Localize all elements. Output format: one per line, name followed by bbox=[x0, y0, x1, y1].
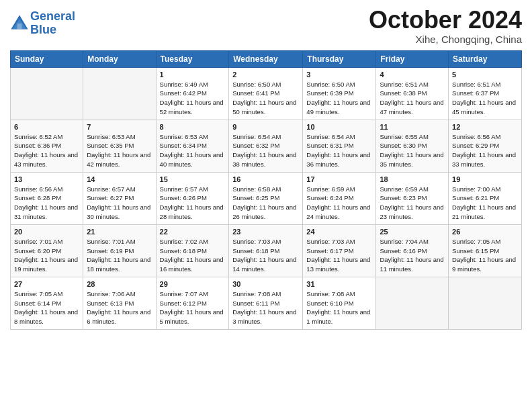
calendar-cell: 15Sunrise: 6:57 AM Sunset: 6:26 PM Dayli… bbox=[156, 172, 229, 224]
day-number: 12 bbox=[452, 123, 518, 131]
logo-icon bbox=[10, 14, 29, 33]
calendar-cell: 24Sunrise: 7:03 AM Sunset: 6:17 PM Dayli… bbox=[303, 224, 376, 277]
day-number: 13 bbox=[14, 175, 79, 183]
day-of-week-header: Monday bbox=[83, 50, 156, 67]
calendar-cell: 2Sunrise: 6:50 AM Sunset: 6:41 PM Daylig… bbox=[229, 67, 303, 120]
day-number: 1 bbox=[160, 71, 226, 79]
logo-text: General Blue bbox=[30, 10, 75, 37]
calendar-cell bbox=[449, 277, 522, 329]
calendar-cell: 1Sunrise: 6:49 AM Sunset: 6:42 PM Daylig… bbox=[156, 67, 229, 120]
day-number: 22 bbox=[160, 228, 226, 236]
calendar-week-row: 20Sunrise: 7:01 AM Sunset: 6:20 PM Dayli… bbox=[11, 224, 522, 277]
day-number: 25 bbox=[380, 228, 445, 236]
calendar-cell: 22Sunrise: 7:02 AM Sunset: 6:18 PM Dayli… bbox=[156, 224, 229, 277]
day-info: Sunrise: 7:01 AM Sunset: 6:20 PM Dayligh… bbox=[14, 237, 79, 274]
day-info: Sunrise: 6:53 AM Sunset: 6:35 PM Dayligh… bbox=[87, 132, 152, 169]
day-number: 30 bbox=[232, 280, 299, 288]
day-info: Sunrise: 6:57 AM Sunset: 6:27 PM Dayligh… bbox=[87, 185, 152, 222]
day-info: Sunrise: 7:00 AM Sunset: 6:21 PM Dayligh… bbox=[452, 185, 518, 222]
day-info: Sunrise: 7:01 AM Sunset: 6:19 PM Dayligh… bbox=[87, 237, 152, 274]
day-number: 24 bbox=[306, 228, 372, 236]
day-info: Sunrise: 7:05 AM Sunset: 6:14 PM Dayligh… bbox=[14, 289, 79, 326]
day-info: Sunrise: 7:03 AM Sunset: 6:17 PM Dayligh… bbox=[306, 237, 372, 274]
day-number: 6 bbox=[14, 123, 79, 131]
calendar-cell: 6Sunrise: 6:52 AM Sunset: 6:36 PM Daylig… bbox=[11, 120, 83, 172]
day-number: 28 bbox=[87, 280, 152, 288]
day-number: 3 bbox=[306, 71, 372, 79]
day-info: Sunrise: 7:04 AM Sunset: 6:16 PM Dayligh… bbox=[380, 237, 445, 274]
day-info: Sunrise: 6:52 AM Sunset: 6:36 PM Dayligh… bbox=[14, 132, 79, 169]
day-number: 26 bbox=[452, 228, 518, 236]
calendar-cell: 9Sunrise: 6:54 AM Sunset: 6:32 PM Daylig… bbox=[229, 120, 303, 172]
calendar-cell: 31Sunrise: 7:08 AM Sunset: 6:10 PM Dayli… bbox=[303, 277, 376, 329]
calendar-cell bbox=[376, 277, 449, 329]
calendar-week-row: 1Sunrise: 6:49 AM Sunset: 6:42 PM Daylig… bbox=[11, 67, 522, 120]
day-number: 20 bbox=[14, 228, 79, 236]
day-info: Sunrise: 7:08 AM Sunset: 6:11 PM Dayligh… bbox=[232, 289, 299, 326]
calendar-cell: 26Sunrise: 7:05 AM Sunset: 6:15 PM Dayli… bbox=[449, 224, 522, 277]
calendar-cell: 16Sunrise: 6:58 AM Sunset: 6:25 PM Dayli… bbox=[229, 172, 303, 224]
day-number: 8 bbox=[160, 123, 226, 131]
calendar-cell: 13Sunrise: 6:56 AM Sunset: 6:28 PM Dayli… bbox=[11, 172, 83, 224]
day-info: Sunrise: 6:58 AM Sunset: 6:25 PM Dayligh… bbox=[232, 185, 299, 222]
day-info: Sunrise: 6:56 AM Sunset: 6:28 PM Dayligh… bbox=[14, 185, 79, 222]
day-number: 14 bbox=[87, 175, 152, 183]
calendar-cell: 3Sunrise: 6:50 AM Sunset: 6:39 PM Daylig… bbox=[303, 67, 376, 120]
calendar-cell: 21Sunrise: 7:01 AM Sunset: 6:19 PM Dayli… bbox=[83, 224, 156, 277]
page: General Blue October 2024 Xihe, Chongqin… bbox=[0, 0, 532, 340]
calendar-cell: 18Sunrise: 6:59 AM Sunset: 6:23 PM Dayli… bbox=[376, 172, 449, 224]
svg-rect-2 bbox=[17, 24, 22, 29]
day-number: 17 bbox=[306, 175, 372, 183]
day-of-week-header: Saturday bbox=[449, 50, 522, 67]
day-info: Sunrise: 7:02 AM Sunset: 6:18 PM Dayligh… bbox=[160, 237, 226, 274]
day-info: Sunrise: 6:54 AM Sunset: 6:31 PM Dayligh… bbox=[306, 132, 372, 169]
day-of-week-header: Wednesday bbox=[229, 50, 303, 67]
day-info: Sunrise: 6:53 AM Sunset: 6:34 PM Dayligh… bbox=[160, 132, 226, 169]
calendar-cell: 10Sunrise: 6:54 AM Sunset: 6:31 PM Dayli… bbox=[303, 120, 376, 172]
main-title: October 2024 bbox=[369, 7, 522, 34]
day-number: 15 bbox=[160, 175, 226, 183]
day-number: 31 bbox=[306, 280, 372, 288]
calendar-cell: 28Sunrise: 7:06 AM Sunset: 6:13 PM Dayli… bbox=[83, 277, 156, 329]
day-info: Sunrise: 7:08 AM Sunset: 6:10 PM Dayligh… bbox=[306, 289, 372, 326]
day-number: 21 bbox=[87, 228, 152, 236]
calendar-cell: 27Sunrise: 7:05 AM Sunset: 6:14 PM Dayli… bbox=[11, 277, 83, 329]
calendar-cell: 25Sunrise: 7:04 AM Sunset: 6:16 PM Dayli… bbox=[376, 224, 449, 277]
day-info: Sunrise: 6:49 AM Sunset: 6:42 PM Dayligh… bbox=[160, 80, 226, 117]
calendar-cell: 17Sunrise: 6:59 AM Sunset: 6:24 PM Dayli… bbox=[303, 172, 376, 224]
logo-line2: Blue bbox=[30, 23, 56, 36]
calendar-table: SundayMondayTuesdayWednesdayThursdayFrid… bbox=[10, 50, 522, 330]
day-number: 16 bbox=[232, 175, 299, 183]
calendar-cell: 29Sunrise: 7:07 AM Sunset: 6:12 PM Dayli… bbox=[156, 277, 229, 329]
day-number: 11 bbox=[380, 123, 445, 131]
calendar-cell: 19Sunrise: 7:00 AM Sunset: 6:21 PM Dayli… bbox=[449, 172, 522, 224]
day-number: 4 bbox=[380, 71, 445, 79]
calendar-cell: 12Sunrise: 6:56 AM Sunset: 6:29 PM Dayli… bbox=[449, 120, 522, 172]
calendar-cell: 7Sunrise: 6:53 AM Sunset: 6:35 PM Daylig… bbox=[83, 120, 156, 172]
day-info: Sunrise: 6:57 AM Sunset: 6:26 PM Dayligh… bbox=[160, 185, 226, 222]
calendar-cell: 23Sunrise: 7:03 AM Sunset: 6:18 PM Dayli… bbox=[229, 224, 303, 277]
calendar-week-row: 6Sunrise: 6:52 AM Sunset: 6:36 PM Daylig… bbox=[11, 120, 522, 172]
day-number: 27 bbox=[14, 280, 79, 288]
day-of-week-header: Thursday bbox=[303, 50, 376, 67]
calendar-cell: 14Sunrise: 6:57 AM Sunset: 6:27 PM Dayli… bbox=[83, 172, 156, 224]
day-of-week-header: Sunday bbox=[11, 50, 83, 67]
day-number: 10 bbox=[306, 123, 372, 131]
day-info: Sunrise: 7:07 AM Sunset: 6:12 PM Dayligh… bbox=[160, 289, 226, 326]
day-info: Sunrise: 6:51 AM Sunset: 6:38 PM Dayligh… bbox=[380, 80, 445, 117]
logo: General Blue bbox=[10, 10, 75, 37]
calendar-week-row: 27Sunrise: 7:05 AM Sunset: 6:14 PM Dayli… bbox=[11, 277, 522, 329]
day-number: 19 bbox=[452, 175, 518, 183]
day-number: 2 bbox=[232, 71, 299, 79]
calendar-cell bbox=[11, 67, 83, 120]
subtitle: Xihe, Chongqing, China bbox=[369, 34, 522, 45]
title-block: October 2024 Xihe, Chongqing, China bbox=[369, 7, 522, 45]
day-number: 9 bbox=[232, 123, 299, 131]
day-info: Sunrise: 6:50 AM Sunset: 6:41 PM Dayligh… bbox=[232, 80, 299, 117]
day-info: Sunrise: 7:06 AM Sunset: 6:13 PM Dayligh… bbox=[87, 289, 152, 326]
day-info: Sunrise: 7:03 AM Sunset: 6:18 PM Dayligh… bbox=[232, 237, 299, 274]
calendar-cell: 5Sunrise: 6:51 AM Sunset: 6:37 PM Daylig… bbox=[449, 67, 522, 120]
calendar-header-row: SundayMondayTuesdayWednesdayThursdayFrid… bbox=[11, 50, 522, 67]
day-info: Sunrise: 6:55 AM Sunset: 6:30 PM Dayligh… bbox=[380, 132, 445, 169]
logo-line1: General bbox=[30, 9, 75, 23]
